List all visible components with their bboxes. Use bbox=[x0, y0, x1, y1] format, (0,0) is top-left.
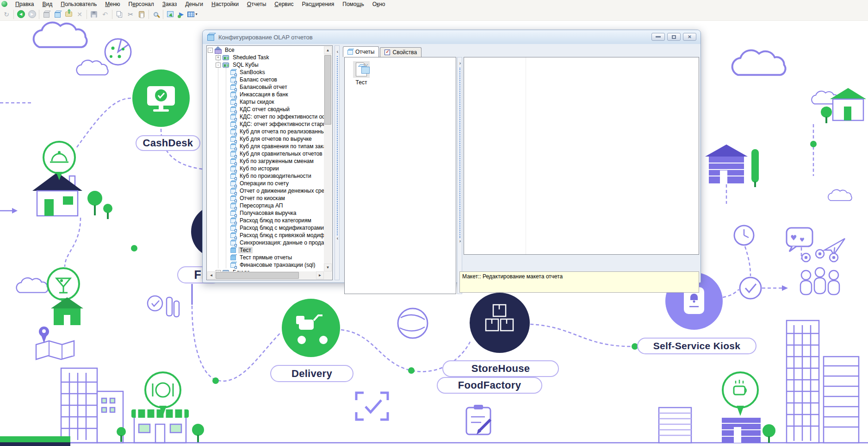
tree-item[interactable]: Тест прямые отчеты bbox=[207, 254, 324, 261]
tab-reports[interactable]: Отчеты bbox=[343, 46, 379, 57]
layout-button[interactable]: ▾ bbox=[187, 9, 198, 20]
svg-text:♥: ♥ bbox=[790, 233, 797, 242]
close-button[interactable]: ✕ bbox=[683, 33, 696, 41]
cube-group-icon bbox=[223, 63, 229, 68]
forward-button[interactable]: ▶ bbox=[26, 9, 37, 20]
copy-button[interactable] bbox=[114, 9, 125, 20]
menu-item-6[interactable]: Деньги bbox=[181, 0, 207, 8]
dialog-titlebar[interactable]: Конфигурирование OLAP отчетов ✕ bbox=[203, 30, 701, 44]
tree-horizontal-scrollbar[interactable]: ◄ ► bbox=[207, 271, 332, 279]
tree-item[interactable]: SanBooks bbox=[207, 69, 324, 76]
tree-item[interactable]: Куб по загруженным сменам bbox=[207, 157, 324, 165]
tree-item[interactable]: КДС: отчет эффективности старши bbox=[207, 120, 324, 128]
collapse-left-icon[interactable]: ‹ bbox=[335, 49, 340, 55]
menu-item-7[interactable]: Настройки bbox=[207, 0, 243, 8]
scroll-up-icon[interactable]: ▲ bbox=[324, 46, 332, 54]
properties-icon bbox=[384, 50, 390, 55]
tree-vertical-scrollbar[interactable]: ▲ ▼ bbox=[324, 46, 332, 271]
tree-item[interactable]: Инкассация в банк bbox=[207, 91, 324, 98]
refresh-button[interactable]: ↻ bbox=[1, 9, 12, 20]
menu-item-10[interactable]: Расширения bbox=[298, 0, 338, 8]
paste-button[interactable] bbox=[136, 9, 147, 20]
scroll-right-icon[interactable]: ► bbox=[316, 271, 324, 279]
tree-item[interactable]: -SQL Кубы bbox=[207, 61, 324, 69]
scroll-thumb[interactable] bbox=[216, 272, 299, 279]
delete-button[interactable]: ✕ bbox=[74, 9, 85, 20]
minimize-button[interactable] bbox=[651, 33, 665, 41]
scroll-thumb[interactable] bbox=[324, 55, 331, 125]
tree-splitter[interactable]: ‹ ‹ bbox=[335, 45, 340, 280]
menu-item-2[interactable]: Пользователь bbox=[56, 0, 101, 8]
menu-bar: ПравкаВидПользовательМенюПерсоналЗаказДе… bbox=[0, 0, 868, 8]
scroll-down-icon[interactable]: ▼ bbox=[324, 264, 332, 271]
collapse-icon[interactable]: - bbox=[216, 63, 221, 68]
tree-item[interactable]: +Sheduled Task bbox=[207, 54, 324, 61]
tree-item[interactable]: Куб по производительности bbox=[207, 172, 324, 180]
undo-button[interactable]: ↶ bbox=[99, 9, 111, 20]
collapse-right-icon[interactable]: › bbox=[458, 60, 463, 67]
save-icon bbox=[91, 11, 97, 18]
bottles-icon bbox=[148, 296, 179, 317]
collapse-left-icon[interactable]: ‹ bbox=[335, 235, 340, 242]
panel-splitter[interactable]: › › bbox=[457, 57, 462, 294]
toolbar: ↻◀▶✕↶✂▶▾ bbox=[0, 8, 868, 21]
tree-item[interactable]: Куб для сравнительных отчетов bbox=[207, 150, 324, 157]
collapse-right-icon[interactable]: › bbox=[458, 238, 463, 245]
app-logo-icon[interactable] bbox=[1, 1, 7, 7]
tree-item[interactable]: Получасовая выручка bbox=[207, 209, 324, 217]
report-tree-pane: -Все+Sheduled Task-SQL КубыSanBooksБалан… bbox=[206, 45, 333, 280]
menu-item-8[interactable]: Отчеты bbox=[243, 0, 271, 8]
edit-cube-button[interactable] bbox=[52, 9, 63, 20]
tree-item[interactable]: Тест bbox=[207, 246, 324, 254]
tree-item[interactable]: Расход блюд по категориям bbox=[207, 217, 324, 224]
tree-item[interactable]: Расход блюд с модификаторами bbox=[207, 224, 324, 232]
scroll-left-icon[interactable]: ◄ bbox=[207, 271, 215, 279]
tree-item[interactable]: Куб для сравнения по типам заказ bbox=[207, 143, 324, 150]
tree-item[interactable]: Куб по истории bbox=[207, 165, 324, 172]
tab-label: Отчеты bbox=[355, 49, 374, 55]
tree-item[interactable]: Куб для отчета по реализованным bbox=[207, 128, 324, 135]
back-button[interactable]: ◀ bbox=[15, 9, 26, 20]
hearts-bubble-icon: ♥ ♥ bbox=[787, 228, 812, 251]
tree-item[interactable]: Финансовые транзакции (sql) bbox=[207, 261, 324, 269]
tree-item-label: SanBooks bbox=[238, 69, 267, 75]
paper-plane-icon bbox=[825, 239, 845, 255]
tree-item[interactable]: Балансовый отчет bbox=[207, 83, 324, 91]
menu-item-5[interactable]: Заказ bbox=[158, 0, 181, 8]
tree-item[interactable]: Отчет о движении денежных средс bbox=[207, 187, 324, 195]
tree-item[interactable]: Расход блюд с привязкой модифик bbox=[207, 232, 324, 239]
sync-button[interactable] bbox=[165, 9, 176, 20]
search-button[interactable] bbox=[150, 9, 161, 20]
collapse-icon[interactable]: - bbox=[208, 48, 213, 53]
tab-properties[interactable]: Свойства bbox=[380, 47, 422, 57]
tree-item[interactable]: Отчет по киоскам bbox=[207, 195, 324, 202]
tree-item[interactable]: КДС отчет сводный bbox=[207, 106, 324, 113]
tree-item[interactable]: -Все bbox=[207, 46, 324, 54]
import-button[interactable] bbox=[63, 9, 74, 20]
tree-item[interactable]: Куб для отчетов по выручке bbox=[207, 135, 324, 143]
menu-item-0[interactable]: Правка bbox=[11, 0, 38, 8]
tree-item-label: Все bbox=[223, 47, 236, 53]
tree-item[interactable]: Баланс счетов bbox=[207, 76, 324, 83]
menu-item-12[interactable]: Окно bbox=[368, 0, 390, 8]
menu-item-11[interactable]: Помощь bbox=[338, 0, 368, 8]
menu-item-9[interactable]: Сервис bbox=[270, 0, 298, 8]
tree-item[interactable]: КДС: отчет по эффективности офи bbox=[207, 113, 324, 120]
report-item-test[interactable]: Тест bbox=[350, 61, 372, 86]
new-cube-button[interactable] bbox=[41, 9, 52, 20]
cube-icon bbox=[230, 256, 236, 260]
tree-item-label: КДС: отчет по эффективности офи bbox=[238, 113, 324, 120]
tree-item[interactable]: Пересортица АП bbox=[207, 202, 324, 209]
maximize-button[interactable] bbox=[667, 33, 681, 41]
menu-item-1[interactable]: Вид bbox=[38, 0, 57, 8]
menu-item-3[interactable]: Меню bbox=[101, 0, 124, 8]
cut-button[interactable]: ✂ bbox=[125, 9, 136, 20]
tree-item[interactable]: Карты скидок bbox=[207, 98, 324, 106]
move-button[interactable]: ▶ bbox=[176, 9, 187, 20]
tree-item[interactable]: Операции по счету bbox=[207, 180, 324, 187]
tree-item[interactable]: Синхронизация: данные о продажа bbox=[207, 239, 324, 246]
menu-item-4[interactable]: Персонал bbox=[124, 0, 158, 8]
expand-icon[interactable]: + bbox=[216, 55, 221, 60]
save-button[interactable] bbox=[88, 9, 99, 20]
edit-cube-icon bbox=[55, 13, 61, 18]
